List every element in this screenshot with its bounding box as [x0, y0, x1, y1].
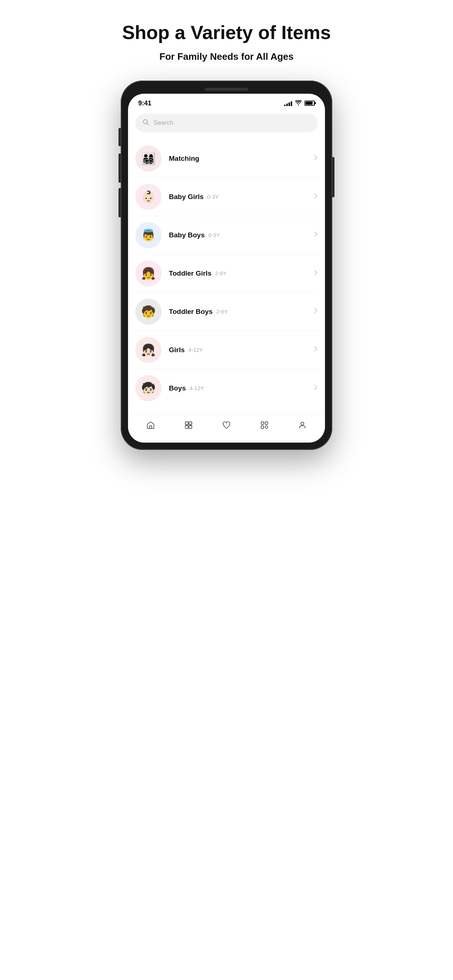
category-item-toddler-girls[interactable]: 👧Toddler Girls2-6Y — [135, 255, 318, 293]
chevron-icon-boys — [314, 384, 318, 392]
status-icons — [284, 100, 315, 107]
category-age-girls: 4-12Y — [188, 347, 203, 353]
category-name-girls: Girls — [169, 346, 185, 354]
page-subtitle: For Family Needs for All Ages — [122, 51, 331, 62]
category-item-matching[interactable]: 👨‍👩‍👧‍👦Matching — [135, 140, 318, 178]
chevron-icon-matching — [314, 154, 318, 162]
search-bar[interactable]: Search — [135, 114, 318, 132]
category-item-baby-girls[interactable]: 👶🏻Baby Girls0-3Y — [135, 178, 318, 216]
chevron-icon-girls — [314, 346, 318, 354]
category-age-baby-girls: 0-3Y — [207, 194, 219, 200]
category-name-baby-boys: Baby Boys — [169, 231, 205, 239]
chevron-icon-baby-boys — [314, 231, 318, 239]
power-button[interactable] — [332, 157, 335, 197]
heart-icon — [222, 421, 231, 432]
notch-area — [128, 88, 325, 91]
volume-down-button[interactable] — [118, 188, 121, 217]
page-title: Shop a Variety of Items — [122, 22, 331, 44]
category-avatar-boys: 🧒🏻 — [135, 375, 161, 401]
category-item-baby-boys[interactable]: 👼Baby Boys0-3Y — [135, 216, 318, 255]
category-age-toddler-boys: 2-6Y — [216, 309, 228, 315]
category-avatar-baby-boys: 👼 — [135, 222, 161, 248]
nav-item-categories[interactable] — [184, 421, 193, 432]
svg-rect-8 — [265, 422, 268, 425]
category-age-baby-boys: 0-3Y — [208, 232, 220, 238]
wifi-icon — [295, 100, 301, 107]
category-name-toddler-boys: Toddler Boys — [169, 308, 213, 316]
nav-item-home[interactable] — [146, 421, 155, 432]
category-age-boys: 4-12Y — [189, 385, 204, 391]
chevron-icon-toddler-boys — [314, 308, 318, 315]
bottom-nav — [128, 415, 325, 442]
category-avatar-girls: 👧🏻 — [135, 337, 161, 363]
svg-rect-9 — [261, 426, 264, 428]
category-item-boys[interactable]: 🧒🏻Boys4-12Y — [135, 369, 318, 407]
svg-rect-5 — [185, 425, 188, 428]
svg-point-11 — [301, 422, 304, 425]
category-name-boys: Boys — [169, 384, 186, 392]
category-avatar-toddler-girls: 👧 — [135, 260, 161, 286]
category-name-baby-girls: Baby Girls — [169, 193, 204, 201]
category-item-girls[interactable]: 👧🏻Girls4-12Y — [135, 331, 318, 369]
svg-rect-4 — [189, 422, 192, 425]
category-item-toddler-boys[interactable]: 🧒Toddler Boys2-6Y — [135, 293, 318, 331]
phone-screen: 9:41 — [128, 94, 325, 442]
category-avatar-matching: 👨‍👩‍👧‍👦 — [135, 145, 161, 172]
category-list: 👨‍👩‍👧‍👦Matching👶🏻Baby Girls0-3Y👼Baby Boy… — [135, 140, 318, 407]
svg-line-1 — [147, 123, 149, 125]
category-avatar-toddler-boys: 🧒 — [135, 299, 161, 325]
categories-icon — [184, 421, 193, 432]
volume-up-button[interactable] — [118, 153, 121, 183]
category-name-matching: Matching — [169, 154, 199, 162]
phone-frame: 9:41 — [121, 81, 332, 450]
battery-icon — [305, 100, 315, 106]
category-age-toddler-girls: 2-6Y — [215, 270, 227, 276]
scan-icon — [260, 421, 269, 432]
nav-item-scan[interactable] — [260, 421, 269, 432]
nav-item-profile[interactable] — [298, 421, 307, 432]
chevron-icon-baby-girls — [314, 193, 318, 200]
svg-rect-3 — [185, 422, 188, 425]
dynamic-island — [205, 88, 248, 91]
category-name-toddler-girls: Toddler Girls — [169, 269, 212, 277]
home-icon — [146, 421, 155, 432]
category-avatar-baby-girls: 👶🏻 — [135, 184, 161, 210]
status-bar: 9:41 — [128, 94, 325, 110]
profile-icon — [298, 421, 307, 432]
svg-rect-6 — [189, 425, 192, 428]
search-placeholder: Search — [153, 119, 173, 127]
signal-icon — [284, 100, 292, 106]
app-content: Search 👨‍👩‍👧‍👦Matching👶🏻Baby Girls0-3Y👼B… — [128, 110, 325, 415]
svg-rect-7 — [261, 422, 264, 425]
nav-item-wishlist[interactable] — [222, 421, 231, 432]
search-icon — [143, 119, 149, 127]
svg-point-10 — [265, 426, 268, 428]
status-time: 9:41 — [138, 100, 152, 107]
svg-rect-2 — [150, 426, 152, 428]
chevron-icon-toddler-girls — [314, 269, 318, 277]
